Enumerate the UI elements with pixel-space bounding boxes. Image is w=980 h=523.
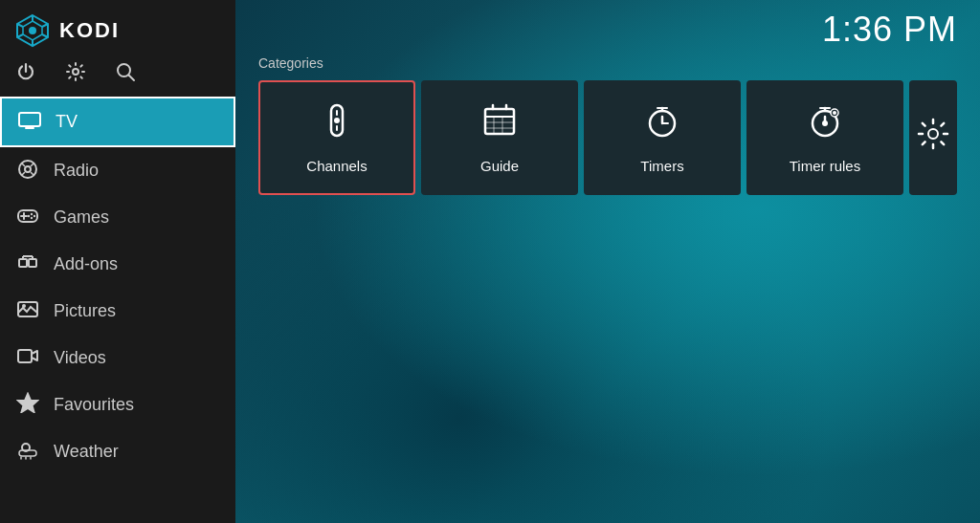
category-card-settings[interactable]: [909, 80, 957, 195]
kodi-logo-icon: [15, 13, 50, 48]
sidebar-item-favourites-label: Favourites: [54, 395, 134, 415]
remote-icon: [318, 101, 356, 148]
sidebar-item-radio[interactable]: Radio: [0, 147, 235, 194]
sidebar-item-addons[interactable]: Add-ons: [0, 241, 235, 288]
guide-icon: [480, 101, 519, 148]
svg-rect-41: [485, 109, 514, 134]
svg-point-61: [928, 129, 938, 139]
sidebar-item-games[interactable]: Games: [0, 194, 235, 241]
sidebar-item-tv[interactable]: TV: [0, 97, 235, 147]
main-content: 1:36 PM Categories Channels: [235, 0, 980, 523]
pictures-icon: [15, 298, 40, 324]
svg-point-16: [25, 166, 31, 172]
svg-point-58: [822, 120, 828, 126]
sidebar-item-radio-label: Radio: [54, 161, 99, 181]
games-icon: [15, 205, 40, 230]
sidebar-header: KODI: [0, 0, 235, 57]
sidebar-nav: TV Radio: [0, 97, 235, 523]
videos-icon: [15, 345, 40, 371]
svg-line-11: [129, 76, 135, 81]
svg-point-39: [334, 118, 340, 123]
weather-icon: [15, 439, 40, 465]
power-button[interactable]: [15, 61, 36, 87]
sidebar-toolbar: [0, 57, 235, 97]
svg-marker-32: [18, 394, 37, 412]
svg-rect-31: [18, 350, 32, 362]
sidebar-item-pictures[interactable]: Pictures: [0, 288, 235, 335]
app-title: KODI: [59, 18, 120, 43]
settings-button[interactable]: [65, 61, 86, 87]
svg-point-22: [31, 217, 33, 219]
sidebar-item-videos-label: Videos: [54, 348, 106, 368]
timers-label: Timers: [640, 158, 683, 174]
main-header: 1:36 PM: [235, 0, 980, 50]
timer-rules-icon: [806, 101, 844, 148]
sidebar-item-favourites[interactable]: Favourites: [0, 381, 235, 428]
category-card-timer-rules[interactable]: Timer rules: [746, 80, 903, 195]
sidebar-item-addons-label: Add-ons: [54, 254, 118, 274]
category-card-guide[interactable]: Guide: [421, 80, 578, 195]
sidebar: KODI: [0, 0, 235, 523]
gear-icon: [65, 61, 86, 82]
category-card-channels[interactable]: Channels: [258, 80, 415, 195]
categories-grid: Channels Guide: [235, 80, 980, 195]
star-icon: [15, 392, 40, 418]
stopwatch-icon: [643, 101, 681, 148]
search-button[interactable]: [115, 61, 136, 87]
sidebar-item-weather[interactable]: Weather: [0, 428, 235, 475]
svg-rect-12: [19, 113, 40, 126]
svg-point-9: [73, 69, 78, 75]
category-card-timers[interactable]: Timers: [584, 80, 741, 195]
svg-point-21: [33, 215, 35, 217]
clock-display: 1:36 PM: [822, 10, 957, 50]
power-icon: [15, 61, 36, 82]
sidebar-item-pictures-label: Pictures: [54, 301, 116, 321]
svg-point-30: [22, 304, 26, 308]
svg-rect-24: [19, 259, 27, 267]
svg-point-2: [29, 27, 36, 34]
sidebar-item-tv-label: TV: [56, 112, 78, 132]
sidebar-item-videos[interactable]: Videos: [0, 335, 235, 381]
addons-icon: [15, 251, 40, 277]
radio-icon: [15, 158, 40, 184]
channels-label: Channels: [306, 158, 367, 174]
guide-label: Guide: [480, 158, 519, 174]
tv-icon: [17, 109, 42, 135]
svg-point-20: [31, 213, 33, 215]
search-icon: [115, 61, 136, 82]
settings-partial-icon: [914, 115, 952, 162]
sidebar-item-weather-label: Weather: [54, 442, 119, 462]
svg-point-23: [28, 215, 30, 217]
sidebar-item-games-label: Games: [54, 207, 109, 228]
timer-rules-label: Timer rules: [790, 158, 860, 174]
categories-label: Categories: [235, 50, 980, 80]
svg-rect-25: [29, 259, 36, 267]
